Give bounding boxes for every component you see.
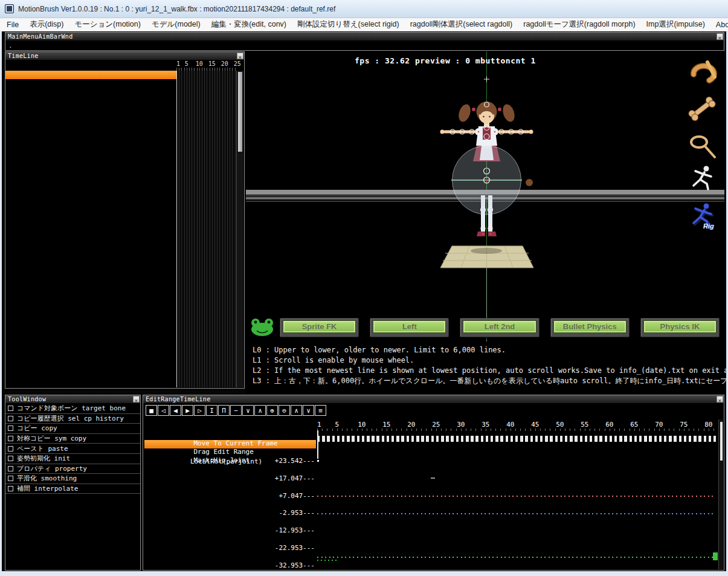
joint-row[interactable]: LeftMiddleDistal_Joint — [5, 306, 176, 314]
tool-item[interactable]: 姿勢初期化 init — [5, 454, 140, 464]
menu-item[interactable]: 剛体設定切り替え(select rigid) — [292, 18, 405, 31]
scrollbar-thumb[interactable] — [238, 72, 242, 152]
joint-row[interactable]: LeftLittleDistal_Joint — [5, 373, 176, 381]
timeline-scrollbar[interactable] — [236, 71, 243, 387]
edit-range-ruler[interactable]: 15101520253035404550556065707580 — [317, 421, 720, 429]
joint-row[interactable]: LeftElbow_branch_Joint — [5, 213, 176, 222]
joint-row[interactable]: LeftRingDistal_Joint — [5, 340, 176, 348]
tool-item[interactable]: ペースト paste — [5, 444, 140, 454]
tool-window-titlebar[interactable]: ToolWindow — [5, 395, 140, 403]
viewport-button[interactable]: Sprite FK — [283, 320, 356, 333]
viewport-button[interactable]: Physics IK — [643, 320, 717, 333]
joint-row[interactable]: Twin_L_2_Joint — [5, 155, 176, 163]
viewport-3d-canvas[interactable] — [246, 51, 724, 341]
close-icon[interactable] — [717, 33, 723, 40]
menu-item[interactable]: モーション(motion) — [69, 18, 146, 31]
joint-row[interactable]: BT_G_3_L_4_Joint — [5, 172, 176, 180]
menu-item[interactable]: About — [710, 19, 728, 30]
menu-item[interactable]: Imp選択(impulse) — [641, 18, 710, 31]
joint-row[interactable]: BT_G_3_L_4_end_Joint — [5, 180, 176, 189]
transport-button[interactable]: ◁ — [158, 405, 169, 416]
joint-row[interactable]: LeftRingIntermediate_Joint — [5, 331, 176, 340]
checkbox[interactable] — [8, 416, 13, 421]
menu-item[interactable]: File — [1, 19, 24, 30]
transport-button[interactable]: ∨ — [303, 405, 314, 416]
joint-row[interactable]: LeftThumbIntermediate_Joint — [5, 230, 176, 239]
edit-range-row[interactable]: Move To Current Frame — [144, 432, 316, 440]
joint-row[interactable]: Twin_L_3_Joint — [5, 163, 176, 172]
joint-row[interactable]: LeftMiddleIntermediate_Joint — [5, 297, 176, 306]
transport-button[interactable]: − — [230, 405, 242, 416]
tool-item[interactable]: コピー copy — [5, 424, 140, 434]
joint-row[interactable]: LeftShoulder_Joint — [5, 196, 176, 205]
viewport-button[interactable]: Left 2nd — [463, 320, 536, 333]
close-icon[interactable] — [717, 396, 723, 403]
edit-range-scrollbar[interactable] — [718, 419, 723, 569]
joint-row[interactable]: LeftIndexDistal_Joint — [5, 272, 176, 280]
keyframe-ticks[interactable] — [317, 436, 718, 442]
bone-icon[interactable] — [688, 95, 717, 122]
viewport-3d[interactable]: fps : 32.62 preview : 0 mbuttoncnt 1 Rig… — [246, 51, 724, 341]
joint-row[interactable]: LeftCollar_Joint — [5, 188, 176, 196]
checkbox[interactable] — [8, 406, 13, 411]
joint-row[interactable]: LeftLittleProximal_Joint — [5, 356, 176, 364]
tool-item[interactable]: コマンド対象ボーン target bone — [5, 404, 140, 414]
tool-item[interactable]: 対称コピー sym copy — [5, 434, 140, 444]
checkbox[interactable] — [8, 446, 13, 451]
transport-button[interactable]: ◀ — [170, 405, 181, 416]
checkbox[interactable] — [8, 436, 13, 441]
transport-button[interactable]: ∨ — [242, 405, 254, 416]
menu-item[interactable]: ragdollモーフ選択(ragdoll morph) — [518, 18, 640, 31]
joint-row[interactable]: LeftMiddleProximal_Joint — [5, 289, 176, 297]
joint-row[interactable]: Hip_Joint — [5, 71, 176, 79]
close-icon[interactable] — [133, 396, 140, 403]
joint-row[interactable]: Chest_branch_Joint — [5, 88, 176, 96]
tool-item[interactable]: コピー履歴選択 sel cp history — [5, 414, 140, 424]
joint-row[interactable]: LeftElbow_Joint — [5, 205, 176, 213]
timeline-grid[interactable] — [176, 71, 237, 387]
transport-button[interactable]: ▷ — [194, 405, 205, 416]
menu-item[interactable]: モデル(model) — [146, 18, 206, 31]
tool-item[interactable]: 平滑化 smoothing — [5, 474, 140, 484]
joint-row[interactable]: LeftRingProximal_Joint — [5, 323, 176, 331]
transport-button[interactable]: ≡ — [315, 405, 326, 416]
joint-row[interactable]: LeftRingDistal_end_Joint — [5, 348, 176, 356]
window-titlebar[interactable]: MotionBrush Ver1.0.0.19 : No.1 : 0 : yur… — [0, 0, 728, 18]
transport-button[interactable]: ■ — [146, 405, 157, 416]
curve-grid[interactable] — [317, 456, 720, 570]
joint-row[interactable]: LeftIndexIntermediate_Joint — [5, 264, 176, 272]
joint-row[interactable]: Hip_branch_Joint — [5, 79, 176, 88]
menu-item[interactable]: ragdoll剛体選択(select ragdoll) — [405, 18, 518, 31]
transport-button[interactable]: ⊖ — [279, 405, 290, 416]
joint-row[interactable]: Head_end_Joint — [5, 112, 176, 121]
joint-row[interactable]: LeftThumbDistal_end_Joint — [5, 247, 176, 256]
frog-icon[interactable] — [251, 319, 273, 336]
joint-row[interactable]: LeftIndexProximal_Joint — [5, 256, 176, 264]
checkbox[interactable] — [8, 476, 13, 481]
joint-row[interactable]: BT_G_3_R_4_Joint — [5, 138, 176, 146]
checkbox[interactable] — [8, 486, 13, 491]
runner-icon[interactable] — [694, 166, 711, 190]
checkbox[interactable] — [8, 466, 13, 471]
transport-button[interactable]: ∧ — [291, 405, 302, 416]
tool-item[interactable]: プロパティ property — [5, 464, 140, 474]
joint-row[interactable]: LeftLittleIntermediate_Joint — [5, 364, 176, 373]
tool-item[interactable]: 補間 interpolate — [5, 484, 140, 494]
viewport-button[interactable]: Left — [373, 320, 446, 333]
timeline-titlebar[interactable]: TimeLine — [5, 52, 244, 60]
checkbox[interactable] — [8, 456, 13, 461]
joint-row[interactable]: LeftIndexDistal_end_Joint — [5, 280, 176, 289]
close-icon[interactable] — [237, 53, 243, 59]
transport-button[interactable]: Π — [218, 405, 230, 416]
joint-row[interactable]: Neck_Joint — [5, 96, 176, 105]
lasso-icon[interactable] — [691, 137, 715, 157]
checkbox[interactable] — [8, 426, 13, 431]
timeline-ruler[interactable]: 1510152025 — [176, 60, 237, 68]
joint-row[interactable]: LeftThumbProximal_Joint — [5, 222, 176, 230]
transport-button[interactable]: I — [206, 405, 217, 416]
joint-row[interactable]: Twin_R_2_Joint — [5, 121, 176, 129]
menu-item[interactable]: 編集・変換(edit, conv) — [206, 18, 292, 31]
transport-button[interactable]: ▶ — [182, 405, 193, 416]
aimbar-titlebar[interactable]: MainMenuAimBarWnd — [5, 33, 724, 40]
viewport-button[interactable]: Bullet Physics — [553, 320, 627, 333]
